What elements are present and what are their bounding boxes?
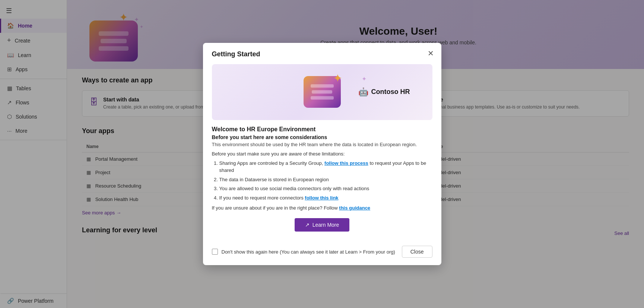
modal-limit-intro: Before you start make sure you are aware… xyxy=(212,151,432,157)
contoso-icon: 🤖 xyxy=(358,87,368,97)
dont-show-checkbox[interactable] xyxy=(212,249,218,255)
follow-process-link[interactable]: follow this process xyxy=(324,160,368,166)
dont-show-label: Don't show this again here (You can alwa… xyxy=(222,249,395,255)
contoso-label: Contoso HR xyxy=(371,88,410,96)
modal-contoso-brand: 🤖 Contoso HR xyxy=(358,87,410,97)
modal-close-button[interactable]: ✕ xyxy=(426,48,435,59)
learn-more-icon: ↗ xyxy=(305,222,310,228)
modal-body: Welcome to HR Europe Environment Before … xyxy=(203,126,441,246)
modal-limitations-list: Sharing Apps are controled by a Security… xyxy=(212,160,432,202)
learn-more-button[interactable]: ↗ Learn More xyxy=(295,218,350,232)
modal-phone-bar-2 xyxy=(312,90,332,94)
modal-env-title: Welcome to HR Europe Environment xyxy=(212,126,432,133)
modal-phone-bar-3 xyxy=(311,96,334,100)
close-button[interactable]: Close xyxy=(402,246,432,258)
learn-more-label: Learn More xyxy=(313,222,339,228)
modal-hero-image: ✦ ✦ 🤖 Contoso HR xyxy=(212,64,432,120)
modal: Getting Started ✕ ✦ ✦ 🤖 Contoso HR Welco… xyxy=(203,43,441,265)
modal-sparkle-large-icon: ✦ xyxy=(333,72,342,85)
modal-footer: Don't show this again here (You can alwa… xyxy=(203,246,441,265)
follow-this-link[interactable]: follow this link xyxy=(305,195,338,201)
list-item-4: If you need to request more connectors f… xyxy=(219,194,432,202)
list-item-3-text: You are allowed to use social media conn… xyxy=(219,186,369,191)
modal-button-row: ↗ Learn More xyxy=(212,218,432,232)
modal-overlay[interactable]: Getting Started ✕ ✦ ✦ 🤖 Contoso HR Welco… xyxy=(0,0,644,308)
dont-show-row: Don't show this again here (You can alwa… xyxy=(212,249,395,255)
modal-env-desc: This environment should be used by the H… xyxy=(212,142,432,147)
modal-sparkle-small-icon: ✦ xyxy=(362,75,367,82)
list-item-3: You are allowed to use social media conn… xyxy=(219,185,432,192)
list-item-1-text-before: Sharing Apps are controled by a Security… xyxy=(219,160,325,166)
list-item-1: Sharing Apps are controled by a Security… xyxy=(219,160,432,174)
modal-header: Getting Started xyxy=(203,43,441,58)
guidance-prefix: If you are unsure about if you are in th… xyxy=(212,205,339,211)
list-item-4-text-before: If you need to request more connectors xyxy=(219,195,305,201)
this-guidance-link[interactable]: this guidance xyxy=(339,205,370,211)
modal-guidance-line: If you are unsure about if you are in th… xyxy=(212,205,432,211)
modal-considerations-title: Before you start here are some considera… xyxy=(212,134,432,140)
modal-phone-bar-1 xyxy=(311,84,334,88)
list-item-2-text: The data in Dataverse is stored in Europ… xyxy=(219,177,329,182)
list-item-2: The data in Dataverse is stored in Europ… xyxy=(219,176,432,183)
